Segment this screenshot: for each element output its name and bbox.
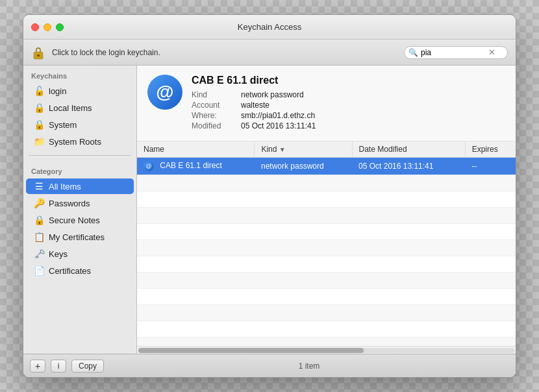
sidebar-item-local-items-label: Local Items <box>49 103 92 113</box>
col-header-date-modified[interactable]: Date Modified <box>352 141 465 158</box>
table-row <box>137 337 516 347</box>
minimize-button[interactable] <box>44 23 51 31</box>
at-icon: @ <box>147 75 182 110</box>
modified-label: Modified <box>192 121 237 130</box>
cell-kind: network password <box>255 158 352 175</box>
sidebar-divider <box>29 155 131 156</box>
where-value: smb://pia01.d.ethz.ch <box>241 111 315 120</box>
my-certs-icon: 📋 <box>34 232 44 242</box>
account-value: walteste <box>241 101 270 110</box>
row-at-icon: @ <box>144 161 154 171</box>
local-items-icon: 🔒 <box>34 103 44 113</box>
sidebar: Keychains 🔓 login 🔒 Local Items 🔒 System… <box>23 66 137 354</box>
info-account-row: Account walteste <box>192 101 316 110</box>
add-icon: + <box>35 361 40 371</box>
where-label: Where: <box>192 111 237 120</box>
info-where-row: Where: smb://pia01.d.ethz.ch <box>192 111 316 120</box>
cell-expires: -- <box>465 158 516 175</box>
info-kind-row: Kind network password <box>192 90 316 99</box>
sort-arrow-icon: ▼ <box>279 146 286 153</box>
search-input[interactable] <box>421 48 486 57</box>
sidebar-item-login-label: login <box>49 86 66 96</box>
info-icon: i <box>58 361 60 371</box>
main-window: Keychain Access Click to lock the login … <box>23 14 516 378</box>
table-row <box>137 321 516 337</box>
search-clear-icon[interactable]: ✕ <box>488 48 495 56</box>
lock-label: Click to lock the login keychain. <box>52 48 397 57</box>
sidebar-item-system[interactable]: 🔒 System <box>26 117 134 132</box>
table-row <box>137 289 516 305</box>
bottom-bar: + i Copy 1 item <box>23 354 516 377</box>
sidebar-item-my-certificates[interactable]: 📋 My Certificates <box>26 229 134 245</box>
secure-notes-icon: 🔒 <box>34 215 44 225</box>
table-container: Name Kind ▼ Date Modified Expires <box>137 141 516 346</box>
sidebar-item-secure-notes[interactable]: 🔒 Secure Notes <box>26 212 134 228</box>
keychains-section-label: Keychains <box>23 66 136 82</box>
window-title: Keychain Access <box>238 22 301 32</box>
modified-value: 05 Oct 2016 13:11:41 <box>241 121 316 130</box>
sidebar-item-system-label: System <box>49 120 77 130</box>
info-title: CAB E 61.1 direct <box>192 75 316 86</box>
scrollbar-thumb[interactable] <box>138 348 364 353</box>
login-icon: 🔓 <box>34 86 44 96</box>
sidebar-item-passwords[interactable]: 🔑 Passwords <box>26 195 134 211</box>
table-header-row: Name Kind ▼ Date Modified Expires <box>137 141 516 158</box>
col-header-expires[interactable]: Expires <box>465 141 516 158</box>
search-box[interactable]: 🔍 ✕ <box>404 46 508 59</box>
lock-icon <box>31 45 45 60</box>
table-row <box>137 191 516 208</box>
system-icon: 🔒 <box>34 119 44 130</box>
add-button[interactable]: + <box>30 360 45 373</box>
cell-date-modified: 05 Oct 2016 13:11:41 <box>352 158 465 175</box>
copy-button[interactable]: Copy <box>71 360 104 373</box>
sidebar-item-login[interactable]: 🔓 login <box>26 83 134 99</box>
info-modified-row: Modified 05 Oct 2016 13:11:41 <box>192 121 316 130</box>
svg-rect-1 <box>37 55 40 56</box>
category-section-label: Category <box>23 161 136 178</box>
horizontal-scrollbar[interactable] <box>137 346 516 354</box>
info-header: @ CAB E 61.1 direct Kind network passwor… <box>137 66 516 141</box>
system-roots-icon: 📁 <box>34 136 44 147</box>
detail-panel: @ CAB E 61.1 direct Kind network passwor… <box>137 66 516 354</box>
copy-label: Copy <box>79 361 97 371</box>
kind-label: Kind <box>192 90 237 99</box>
table-row <box>137 175 516 191</box>
sidebar-item-keys[interactable]: 🗝️ Keys <box>26 246 134 262</box>
scrollbar-track <box>138 348 514 353</box>
table-row <box>137 240 516 256</box>
kind-value: network password <box>241 90 304 99</box>
table-row <box>137 273 516 289</box>
table-row <box>137 256 516 273</box>
title-bar: Keychain Access <box>23 15 516 40</box>
passwords-icon: 🔑 <box>34 198 44 208</box>
col-header-name[interactable]: Name <box>137 141 255 158</box>
sidebar-item-my-certificates-label: My Certificates <box>49 232 105 242</box>
sidebar-item-secure-notes-label: Secure Notes <box>49 215 100 225</box>
table-row[interactable]: @ CAB E 61.1 direct network password 05 … <box>137 158 516 175</box>
col-header-kind[interactable]: Kind ▼ <box>255 141 352 158</box>
sidebar-item-passwords-label: Passwords <box>49 199 90 208</box>
info-button[interactable]: i <box>51 360 66 373</box>
content-area: Keychains 🔓 login 🔒 Local Items 🔒 System… <box>23 66 516 354</box>
all-items-icon: ☰ <box>34 181 44 191</box>
traffic-lights <box>31 23 64 31</box>
search-icon: 🔍 <box>408 48 418 57</box>
toolbar: Click to lock the login keychain. 🔍 ✕ <box>23 40 516 66</box>
table-row <box>137 208 516 224</box>
sidebar-item-system-roots[interactable]: 📁 System Roots <box>26 134 134 149</box>
table-row <box>137 305 516 321</box>
close-button[interactable] <box>31 23 39 31</box>
account-label: Account <box>192 101 237 110</box>
sidebar-item-local-items[interactable]: 🔒 Local Items <box>26 100 134 116</box>
sidebar-item-system-roots-label: System Roots <box>49 137 101 147</box>
items-table: Name Kind ▼ Date Modified Expires <box>137 141 516 346</box>
maximize-button[interactable] <box>56 23 64 31</box>
keys-icon: 🗝️ <box>34 249 44 259</box>
info-details: CAB E 61.1 direct Kind network password … <box>192 75 316 132</box>
table-row <box>137 224 516 240</box>
sidebar-item-all-items-label: All Items <box>49 182 81 191</box>
sidebar-item-all-items[interactable]: ☰ All Items <box>26 178 134 194</box>
certificates-icon: 📄 <box>34 265 44 276</box>
sidebar-item-certificates[interactable]: 📄 Certificates <box>26 263 134 278</box>
item-count: 1 item <box>109 361 509 371</box>
